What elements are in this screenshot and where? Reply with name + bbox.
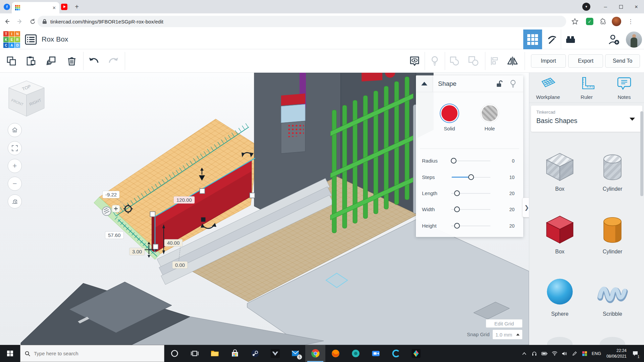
dashboard-grid-button[interactable]	[523, 29, 542, 49]
taskbar-app-predator[interactable]	[265, 345, 285, 362]
undo-button[interactable]	[87, 54, 101, 68]
panel-collapse-button[interactable]	[416, 75, 433, 92]
slider-value[interactable]: 0	[498, 153, 515, 169]
new-tab-button[interactable]: +	[72, 2, 82, 12]
color-app-icon[interactable]	[580, 345, 590, 362]
tray-clock[interactable]: 22:24 08/06/2021	[603, 348, 628, 359]
lego-brick-icon[interactable]	[561, 29, 580, 49]
taskbar-search[interactable]	[20, 345, 164, 362]
tinkercad-logo[interactable]: TIN KER CAD	[3, 31, 20, 48]
shape-box-hole[interactable]: Box	[540, 149, 580, 192]
shape-cylinder-orange[interactable]: Cylinder	[592, 212, 633, 255]
export-button[interactable]: Export	[568, 54, 603, 68]
sidebar-scrollbar[interactable]	[640, 111, 643, 196]
slider-value[interactable]: 20	[498, 201, 515, 218]
minecraft-pickaxe-icon[interactable]	[542, 29, 561, 49]
close-button[interactable]: ✕	[629, 0, 644, 13]
taskbar-app-meet[interactable]	[366, 345, 386, 362]
taskbar-app-firefox[interactable]	[325, 345, 345, 362]
profile-avatar[interactable]	[610, 13, 623, 29]
solid-swatch[interactable]: Solid	[436, 104, 463, 131]
slider-track[interactable]	[451, 161, 490, 161]
taskbar-app-file-explorer[interactable]	[205, 345, 225, 362]
delete-button[interactable]	[64, 54, 79, 68]
headset-icon[interactable]	[529, 345, 539, 362]
user-avatar[interactable]	[626, 32, 642, 48]
fit-view-button[interactable]	[8, 141, 22, 155]
slider-value[interactable]: 10	[498, 169, 515, 185]
bookmark-star-icon[interactable]	[568, 13, 582, 29]
redo-button[interactable]	[106, 54, 121, 68]
forward-icon[interactable]	[14, 16, 25, 27]
dim-length[interactable]: 120.00	[174, 196, 195, 203]
extension-check-icon[interactable]: ✓	[584, 13, 596, 29]
notification-center-icon[interactable]: 1	[628, 345, 643, 362]
dim-height[interactable]: 40.00	[164, 239, 182, 246]
ungroup-button[interactable]	[466, 54, 481, 68]
home-view-button[interactable]	[8, 123, 22, 137]
tray-expand-icon[interactable]	[519, 345, 529, 362]
view-cube[interactable]: TOP FRONT RIGHT	[6, 79, 47, 120]
send-to-button[interactable]: Send To	[605, 54, 640, 68]
slider-knob[interactable]	[454, 190, 460, 196]
shape-library-dropdown[interactable]: Tinkercad Basic Shapes	[531, 106, 642, 132]
shape-sphere[interactable]: Sphere	[540, 274, 580, 317]
extensions-puzzle-icon[interactable]	[597, 13, 609, 29]
light-bulb-button[interactable]	[427, 54, 442, 68]
show-all-button[interactable]	[407, 54, 422, 68]
invite-person-icon[interactable]	[604, 29, 624, 49]
shape-scribble[interactable]: Scribble	[592, 274, 633, 317]
url-bar[interactable]: tinkercad.com/things/9FBOR1eSGpR-rox-box…	[38, 16, 566, 27]
language-indicator[interactable]: ENG	[590, 351, 603, 356]
active-tab-tinkercad[interactable]: ✕	[12, 2, 59, 13]
taskbar-app-store[interactable]	[225, 345, 245, 362]
unlock-icon[interactable]	[496, 80, 503, 87]
taskbar-app-chrome[interactable]	[305, 345, 325, 362]
battery-icon[interactable]	[539, 345, 549, 362]
copy-button[interactable]	[4, 54, 19, 68]
back-icon[interactable]	[1, 16, 13, 27]
tab-close-icon[interactable]: ✕	[52, 6, 56, 10]
slider-knob[interactable]	[451, 158, 457, 164]
start-button[interactable]	[0, 345, 20, 362]
dim-base[interactable]: 3.00	[129, 248, 145, 255]
align-button[interactable]	[487, 54, 502, 68]
bulb-icon[interactable]	[510, 80, 516, 88]
dim-elevation[interactable]: 0.00	[172, 261, 187, 268]
zoom-in-button[interactable]: +	[8, 159, 22, 173]
wifi-icon[interactable]	[549, 345, 559, 362]
design-properties-icon[interactable]	[25, 34, 37, 46]
taskbar-app-epic[interactable]	[345, 345, 366, 362]
duplicate-button[interactable]	[44, 54, 58, 68]
edit-grid-button[interactable]: Edit Grid	[486, 319, 523, 328]
minimize-button[interactable]: ─	[598, 0, 613, 13]
ruler-tool[interactable]: Ruler	[570, 76, 603, 100]
group-button[interactable]	[447, 54, 462, 68]
search-input[interactable]	[34, 351, 148, 356]
slider-value[interactable]: 20	[498, 218, 515, 234]
slider-knob[interactable]	[454, 223, 460, 229]
pinned-tab[interactable]	[59, 0, 69, 13]
workplane-tool[interactable]: Workplane	[531, 76, 565, 100]
zoom-out-button[interactable]: −	[8, 177, 22, 191]
taskbar-app-task-view[interactable]	[184, 345, 205, 362]
taskbar-app-kite[interactable]	[406, 345, 426, 362]
notes-tool[interactable]: Notes	[607, 76, 641, 100]
hole-swatch[interactable]: Hole	[476, 104, 503, 131]
maximize-button[interactable]	[613, 0, 629, 13]
mirror-button[interactable]	[505, 54, 520, 68]
volume-icon[interactable]	[559, 345, 570, 362]
pinned-tab[interactable]: f	[2, 0, 12, 13]
media-control-icon[interactable]: ▼	[582, 3, 590, 11]
shape-cylinder-hole[interactable]: Cylinder	[592, 149, 633, 192]
perspective-toggle-button[interactable]	[8, 194, 22, 208]
paste-button[interactable]	[23, 54, 38, 68]
kebab-menu-icon[interactable]: ⋮	[625, 13, 637, 29]
taskbar-app-cyberlink[interactable]	[386, 345, 406, 362]
dim-ruler-a[interactable]: 57.60	[105, 232, 123, 239]
snap-grid-dropdown[interactable]: 1.0 mm	[492, 329, 523, 340]
slider-knob[interactable]	[454, 206, 460, 212]
import-button[interactable]: Import	[531, 54, 566, 68]
taskbar-app-steam[interactable]	[245, 345, 265, 362]
pen-icon[interactable]	[570, 345, 580, 362]
